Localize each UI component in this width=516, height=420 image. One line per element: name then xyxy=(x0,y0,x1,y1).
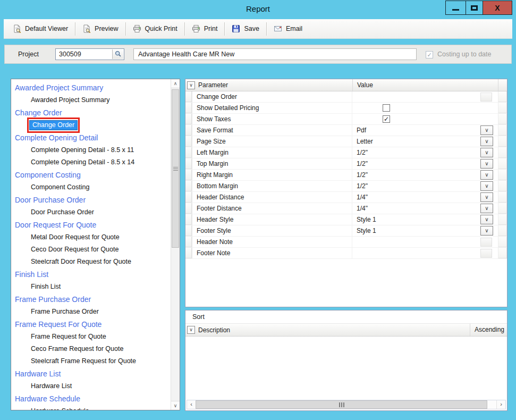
parameter-value-cell[interactable]: 1/2" xyxy=(352,181,479,191)
tree-group-header[interactable]: Door Request For Quote xyxy=(15,219,171,231)
parameter-name-cell[interactable]: Left Margin xyxy=(192,147,352,158)
parameter-value-cell[interactable]: Pdf xyxy=(352,125,479,136)
row-header-cell[interactable] xyxy=(185,136,192,147)
quick-print-button[interactable]: Quick Print xyxy=(126,21,184,36)
parameter-value-cell[interactable] xyxy=(352,237,479,247)
tree-group-header[interactable]: Component Costing xyxy=(15,169,171,181)
tree-report-item[interactable]: Frame Purchase Order xyxy=(15,306,171,318)
row-header-cell[interactable] xyxy=(185,225,192,236)
tree-scrollbar-thumb[interactable] xyxy=(172,89,179,248)
tree-report-item[interactable]: Steelcraft Frame Request for Quote xyxy=(15,355,171,367)
row-header-cell[interactable] xyxy=(185,125,192,136)
parameter-name-cell[interactable]: Right Margin xyxy=(192,170,352,180)
preview-button[interactable]: Preview xyxy=(76,21,124,36)
dropdown-button[interactable]: ∨ xyxy=(480,215,493,224)
row-header-cell[interactable] xyxy=(185,103,192,113)
row-header-cell[interactable] xyxy=(185,248,192,258)
parameter-value-cell[interactable]: ✓ xyxy=(352,114,479,124)
scroll-down-arrow-icon[interactable]: ∨ xyxy=(171,401,180,410)
project-description-field[interactable]: Advantage Health Care MR New xyxy=(133,48,417,60)
dropdown-button[interactable]: ∨ xyxy=(480,181,493,191)
print-button[interactable]: Print xyxy=(185,21,224,36)
parameter-value-cell[interactable]: Letter xyxy=(352,136,479,147)
default-viewer-button[interactable]: Default Viewer xyxy=(6,21,74,36)
row-header-cell[interactable] xyxy=(185,203,192,214)
row-header-cell[interactable] xyxy=(185,158,192,169)
parameter-name-cell[interactable]: Show Detailed Pricing xyxy=(192,103,352,113)
tree-group-header[interactable]: Frame Purchase Order xyxy=(15,293,171,306)
selected-tree-item[interactable]: Change Order xyxy=(29,120,78,130)
parameter-value-cell[interactable] xyxy=(352,248,479,258)
tree-report-item[interactable]: Ceco Frame Request for Quote xyxy=(15,343,171,355)
tree-report-item[interactable]: Hardware List xyxy=(15,380,171,392)
tree-group-header[interactable]: Hardware Schedule xyxy=(15,392,171,405)
value-edit-button[interactable] xyxy=(480,238,492,247)
scroll-up-arrow-icon[interactable]: ∧ xyxy=(171,79,180,88)
parameter-filter-button[interactable]: ∨ xyxy=(187,81,195,89)
row-header-cell[interactable] xyxy=(185,170,192,180)
parameter-name-cell[interactable]: Header Distance xyxy=(192,192,352,203)
project-lookup-button[interactable] xyxy=(112,49,123,59)
tree-report-item[interactable]: Awarded Project Summary xyxy=(15,94,171,106)
parameter-name-cell[interactable]: Save Format xyxy=(192,125,352,136)
tree-report-item[interactable]: Steelcraft Door Request for Quote xyxy=(15,256,171,268)
dropdown-button[interactable]: ∨ xyxy=(480,204,493,213)
tree-report-item[interactable]: Metal Door Request for Quote xyxy=(15,231,171,243)
parameter-value-cell[interactable]: 1/2" xyxy=(352,147,479,158)
tree-group-header[interactable]: Frame Request For Quote xyxy=(15,318,171,331)
tree-vertical-scrollbar[interactable]: ∧ ∨ xyxy=(171,79,180,410)
minimize-button[interactable] xyxy=(446,1,466,14)
parameter-name-cell[interactable]: Top Margin xyxy=(192,158,352,169)
parameter-name-cell[interactable]: Footer Style xyxy=(192,225,352,236)
tree-report-item[interactable]: Component Costing xyxy=(15,181,171,194)
scroll-right-arrow-icon[interactable]: › xyxy=(496,400,505,409)
sort-scrollbar-thumb[interactable] xyxy=(196,400,487,409)
dropdown-button[interactable]: ∨ xyxy=(480,170,493,180)
tree-group-header[interactable]: Awarded Project Summary xyxy=(15,81,171,94)
parameter-name-cell[interactable]: Footer Distance xyxy=(192,203,352,214)
parameter-name-cell[interactable]: Header Style xyxy=(192,214,352,225)
dropdown-button[interactable]: ∨ xyxy=(480,148,493,157)
tree-report-item[interactable]: Hardware Schedule xyxy=(15,405,171,410)
tree-report-item[interactable]: Door Purchase Order xyxy=(15,206,171,219)
parameter-value-cell[interactable]: 1/4" xyxy=(352,203,479,214)
parameter-name-cell[interactable]: Bottom Margin xyxy=(192,181,352,191)
parameter-value-cell[interactable]: 1/4" xyxy=(352,192,479,203)
tree-report-item[interactable]: Frame Request for Quote xyxy=(15,331,171,343)
tree-report-item[interactable]: Change Order xyxy=(15,119,171,131)
scroll-left-arrow-icon[interactable]: ‹ xyxy=(187,400,196,409)
tree-report-item[interactable]: Complete Opening Detail - 8.5 x 11 xyxy=(15,144,171,156)
checkbox-unchecked[interactable] xyxy=(383,104,390,112)
email-button[interactable]: Email xyxy=(267,21,309,36)
tree-group-header[interactable]: Complete Opening Detail xyxy=(15,131,171,144)
row-header-cell[interactable] xyxy=(185,114,192,124)
tree-report-item[interactable]: Ceco Door Request for Quote xyxy=(15,243,171,256)
maximize-button[interactable] xyxy=(466,1,483,14)
parameter-value-cell[interactable]: Style 1 xyxy=(352,225,479,236)
row-header-cell[interactable] xyxy=(185,237,192,247)
tree-report-item[interactable]: Complete Opening Detail - 8.5 x 14 xyxy=(15,156,171,169)
tree-group-header[interactable]: Door Purchase Order xyxy=(15,194,171,206)
row-header-cell[interactable] xyxy=(185,147,192,158)
close-button[interactable]: X xyxy=(483,1,512,14)
tree-group-header[interactable]: Hardware List xyxy=(15,367,171,380)
costing-up-to-date-checkbox[interactable]: ✓ xyxy=(426,51,433,58)
parameter-value-cell[interactable] xyxy=(352,103,479,113)
dropdown-button[interactable]: ∨ xyxy=(480,226,493,236)
parameter-name-cell[interactable]: Show Taxes xyxy=(192,114,352,124)
parameter-name-cell[interactable]: Page Size xyxy=(192,136,352,147)
parameter-name-cell[interactable]: Change Order xyxy=(192,91,352,102)
value-edit-button[interactable] xyxy=(480,249,492,258)
row-header-cell[interactable] xyxy=(185,214,192,225)
parameter-value-cell[interactable] xyxy=(352,91,479,102)
tree-report-item[interactable]: Finish List xyxy=(15,281,171,293)
sort-filter-button[interactable]: ∨ xyxy=(187,326,195,334)
parameter-name-cell[interactable]: Header Note xyxy=(192,237,352,247)
sort-horizontal-scrollbar[interactable]: ‹ › xyxy=(187,400,506,409)
parameter-name-cell[interactable]: Footer Note xyxy=(192,248,352,258)
row-header-cell[interactable] xyxy=(185,192,192,203)
dropdown-button[interactable]: ∨ xyxy=(480,125,493,135)
parameter-value-cell[interactable]: Style 1 xyxy=(352,214,479,225)
dropdown-button[interactable]: ∨ xyxy=(480,159,493,169)
parameter-value-cell[interactable]: 1/2" xyxy=(352,170,479,180)
